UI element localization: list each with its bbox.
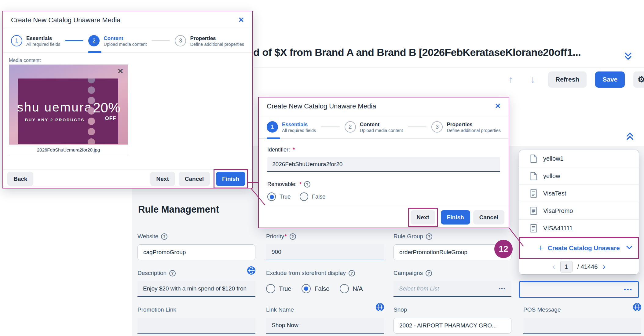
website-input[interactable]: cagPromoGroup — [137, 244, 255, 260]
step-content[interactable]: 2 ContentUpload media content — [88, 35, 147, 47]
step-essentials[interactable]: 1 EssentialsAll required fields — [267, 121, 316, 133]
save-button[interactable]: Save — [595, 71, 625, 88]
media-preview-card: ✕ shu uemura BUY ANY 2 PRODUCTS — [9, 64, 128, 155]
help-icon[interactable]: ? — [290, 233, 296, 240]
radio-false[interactable]: False — [300, 192, 325, 201]
description-input[interactable]: Enjoy $20 with a min spend of $120 fron — [137, 281, 255, 297]
settings-button[interactable]: ⚙ — [633, 71, 644, 88]
translate-globe-icon[interactable] — [633, 303, 641, 312]
step-properties[interactable]: 3 PropertiesDefine additional properties — [431, 121, 501, 133]
gear-icon: ⚙ — [638, 75, 644, 84]
campaigns-label: Campaigns — [393, 270, 423, 276]
exclude-label: Exclude from storefront display — [266, 270, 346, 276]
page-number-input[interactable]: 1 — [560, 261, 573, 272]
field-rule-group: Rule Group? orderPromotionRuleGroup — [393, 232, 511, 260]
field-link-name: Link Name Shop Now — [266, 305, 384, 334]
step-properties[interactable]: 3 PropertiesDefine additional properties — [175, 35, 244, 47]
coupon-graphic: shu uemura BUY ANY 2 PRODUCTS 20% — [18, 79, 118, 144]
required-asterisk: * — [299, 181, 302, 188]
priority-input[interactable]: 900 — [266, 244, 384, 260]
priority-label: Priority* — [266, 233, 287, 240]
link-name-label: Link Name — [266, 306, 294, 313]
pos-message-input[interactable] — [523, 318, 641, 334]
pagination: ‹ 1 / 41446 › — [519, 259, 639, 274]
promotion-link-input[interactable] — [137, 318, 255, 334]
campaigns-input[interactable]: Select from List••• — [393, 281, 511, 297]
shop-input[interactable]: 2002 - AIRPORT PHARMACY GRO... — [393, 318, 511, 334]
cancel-button[interactable]: Cancel — [179, 172, 210, 186]
translate-globe-icon[interactable] — [376, 303, 384, 312]
page-title: d of $X from Brand A and Brand B [2026Fe… — [253, 46, 605, 58]
cancel-button[interactable]: Cancel — [473, 210, 504, 225]
field-priority: Priority*? 900 — [266, 232, 384, 260]
identifier-label: Identifier:* — [267, 147, 500, 153]
field-pos-message: POS Message — [523, 305, 641, 334]
wizard-steps: 1 EssentialsAll required fields 2 Conten… — [3, 29, 252, 53]
radio-false[interactable]: False — [302, 284, 329, 293]
create-media-dialog-essentials: Create New Catalog Unaware Media ✕ 1 Ess… — [258, 97, 509, 228]
remove-media-icon[interactable]: ✕ — [117, 67, 124, 76]
list-item[interactable]: yellow1 — [519, 150, 639, 167]
value-help-icon[interactable]: ••• — [499, 286, 506, 292]
description-label: Description — [137, 270, 166, 276]
help-icon[interactable]: ? — [169, 270, 176, 276]
document-icon — [530, 224, 537, 232]
back-button[interactable]: Back — [7, 172, 33, 186]
pos-message-label: POS Message — [523, 306, 561, 313]
plus-icon: + — [538, 243, 543, 253]
help-icon[interactable]: ? — [161, 233, 167, 240]
field-campaigns: Campaigns? Select from List••• — [393, 269, 511, 297]
media-value-field-focused[interactable]: ••• — [519, 281, 639, 298]
required-asterisk: * — [284, 233, 287, 239]
radio-na[interactable]: N/A — [340, 284, 363, 293]
promotion-link-label: Promotion Link — [137, 306, 176, 313]
chevron-double-up-icon[interactable] — [624, 130, 636, 143]
refresh-button[interactable]: Refresh — [548, 71, 587, 88]
finish-button[interactable]: Finish — [216, 172, 245, 186]
list-item[interactable]: VISA41111 — [519, 220, 639, 237]
file-icon — [530, 172, 537, 180]
arrow-up-icon[interactable]: ↑ — [504, 74, 518, 85]
arrow-down-icon[interactable]: ↓ — [526, 74, 540, 85]
removable-label: Removable:* ? — [267, 181, 500, 188]
chevron-double-down-icon[interactable] — [622, 50, 634, 63]
radio-true[interactable]: True — [266, 284, 291, 293]
create-catalog-unaware-option[interactable]: + Create Catalog Unaware — [519, 237, 639, 259]
field-promotion-link: Promotion Link — [137, 305, 255, 334]
page-prev-icon[interactable]: ‹ — [552, 262, 555, 272]
page-next-icon[interactable]: › — [602, 262, 605, 272]
value-help-icon[interactable]: ••• — [624, 286, 633, 293]
media-preview-image: ✕ shu uemura BUY ANY 2 PRODUCTS — [9, 65, 128, 144]
help-icon[interactable]: ? — [349, 270, 355, 276]
required-asterisk: * — [293, 147, 295, 153]
dialog-title: Create New Catalog Unaware Media — [267, 102, 376, 110]
finish-button[interactable]: Finish — [441, 210, 470, 225]
file-icon — [530, 155, 537, 163]
help-icon[interactable]: ? — [426, 233, 432, 240]
list-item[interactable]: yellow — [519, 167, 639, 185]
next-button[interactable]: Next — [150, 172, 175, 186]
step-content[interactable]: 2 ContentUpload media content — [345, 121, 403, 133]
catalog-unaware-dropdown: yellow1 yellow VisaTest VisaPromo VISA41… — [519, 150, 639, 275]
rule-group-input[interactable]: orderPromotionRuleGroup — [393, 244, 511, 260]
translate-globe-icon[interactable] — [247, 266, 255, 276]
help-icon[interactable]: ? — [426, 270, 432, 276]
list-item[interactable]: VisaTest — [519, 185, 639, 202]
link-name-input[interactable]: Shop Now — [266, 318, 384, 334]
help-icon[interactable]: ? — [304, 181, 310, 188]
chevron-double-down-glyph — [624, 52, 632, 61]
step-essentials[interactable]: 1 EssentialsAll required fields — [11, 35, 60, 47]
page-total: / 41446 — [577, 263, 598, 270]
close-icon[interactable]: ✕ — [495, 102, 501, 110]
annotation-highlight-next: Next — [408, 208, 438, 227]
removable-radio-group: True False — [267, 192, 500, 201]
radio-true[interactable]: True — [267, 192, 291, 201]
rule-group-label: Rule Group — [393, 233, 423, 240]
list-item[interactable]: VisaPromo — [519, 202, 639, 220]
annotation-highlight-finish: Finish — [214, 169, 248, 188]
identifier-input[interactable]: 2026FebShuUemura2for20 — [267, 157, 500, 172]
next-button[interactable]: Next — [411, 210, 435, 225]
close-icon[interactable]: ✕ — [238, 16, 244, 24]
annotation-step-badge: 12 — [494, 240, 513, 258]
chevron-down-icon[interactable] — [626, 245, 632, 251]
